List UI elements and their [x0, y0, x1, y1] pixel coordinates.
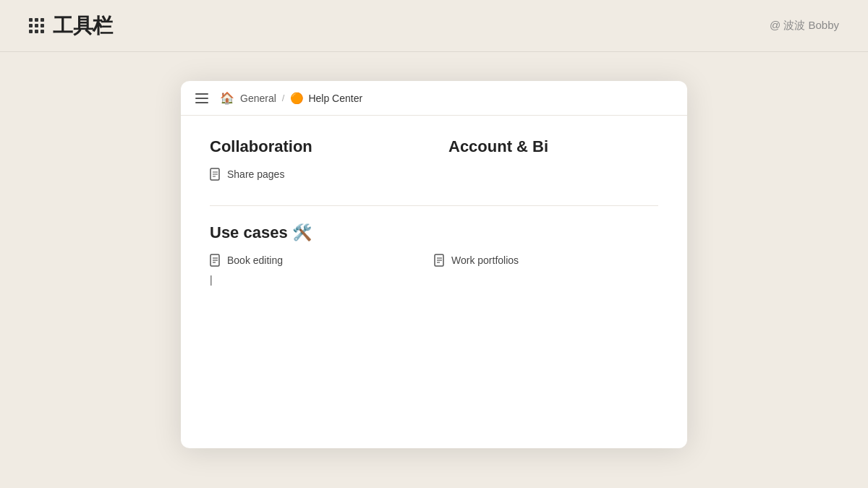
- use-cases-left: Book editing |: [210, 254, 434, 286]
- book-editing-icon: [210, 254, 221, 267]
- hamburger-icon[interactable]: [195, 93, 208, 103]
- main-content: 🏠 General / 🟠 Help Center Collaboration: [0, 52, 868, 477]
- breadcrumb: 🏠 General / 🟠 Help Center: [220, 91, 362, 105]
- book-editing-item[interactable]: Book editing: [210, 254, 434, 267]
- grid-icon[interactable]: [29, 18, 44, 33]
- use-cases-header: Use cases 🛠️: [210, 223, 658, 242]
- breadcrumb-home-icon: 🏠: [220, 91, 234, 105]
- cursor-indicator: |: [210, 274, 434, 286]
- top-bar: 工具栏 @ 波波 Bobby: [0, 0, 868, 52]
- collaboration-column: Collaboration Share pages: [210, 137, 434, 188]
- breadcrumb-current-label[interactable]: Help Center: [308, 93, 362, 104]
- breadcrumb-current: 🟠 Help Center: [290, 92, 362, 105]
- use-cases-right: Work portfolios: [434, 254, 658, 286]
- share-pages-label: Share pages: [227, 168, 284, 180]
- work-portfolios-item[interactable]: Work portfolios: [434, 254, 658, 267]
- account-billing-header: Account & Bi: [434, 137, 658, 156]
- breadcrumb-home-label[interactable]: General: [240, 93, 276, 104]
- browser-toolbar: 🏠 General / 🟠 Help Center: [181, 81, 687, 116]
- browser-window: 🏠 General / 🟠 Help Center Collaboration: [181, 81, 687, 448]
- work-portfolios-label: Work portfolios: [451, 254, 519, 266]
- breadcrumb-separator: /: [282, 93, 285, 103]
- content-area: Collaboration Share pages: [181, 116, 687, 448]
- user-info: @ 波波 Bobby: [770, 19, 839, 33]
- top-columns: Collaboration Share pages: [210, 137, 658, 188]
- divider: [210, 205, 658, 206]
- share-pages-icon: [210, 168, 221, 181]
- use-cases-columns: Book editing |: [210, 254, 658, 286]
- collaboration-header: Collaboration: [210, 137, 434, 156]
- account-billing-column: Account & Bi: [434, 137, 658, 188]
- work-portfolios-icon: [434, 254, 446, 267]
- top-bar-left: 工具栏: [29, 12, 113, 40]
- breadcrumb-current-icon: 🟠: [290, 92, 304, 105]
- use-cases-section: Use cases 🛠️: [210, 223, 658, 286]
- page-title: 工具栏: [53, 12, 113, 40]
- book-editing-label: Book editing: [227, 254, 283, 266]
- share-pages-item[interactable]: Share pages: [210, 168, 434, 181]
